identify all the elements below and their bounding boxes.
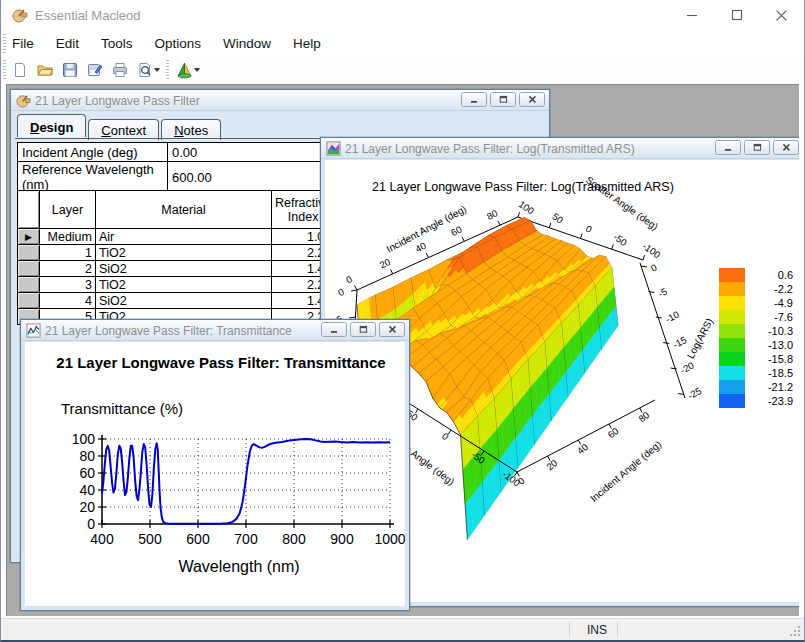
- menu-options[interactable]: Options: [144, 30, 213, 57]
- incident-axis-top-tick-label: 0: [344, 273, 354, 285]
- minimize-button[interactable]: [669, 0, 714, 30]
- table-row[interactable]: 4SiO21.45: [18, 293, 366, 309]
- z-axis-right-tick: [641, 266, 647, 267]
- scatter-axis-top-tick: [612, 244, 614, 249]
- menu-tools[interactable]: Tools: [90, 30, 144, 57]
- ins-indicator: INS: [587, 623, 607, 637]
- legend-value: -4.9: [749, 297, 793, 309]
- close-button[interactable]: [759, 0, 804, 30]
- essential-macleod-window: Essential Macleod FileEditToolsOptionsWi…: [0, 0, 805, 642]
- incident-axis-top-tick: [426, 253, 428, 257]
- legend-row: -15.8: [719, 352, 795, 366]
- legend-swatch: [719, 394, 745, 408]
- design-minimize-button[interactable]: [461, 92, 487, 107]
- menu-help[interactable]: Help: [282, 30, 332, 57]
- save-button[interactable]: [59, 59, 81, 81]
- surface-minimize-button[interactable]: [715, 140, 741, 155]
- print-button[interactable]: [109, 59, 131, 81]
- current-row-marker: ▶: [18, 229, 40, 245]
- design-window-titlebar[interactable]: 21 Layer Longwave Pass Filter: [11, 90, 549, 111]
- surface-window-titlebar[interactable]: 21 Layer Longwave Pass Filter: Log(Trans…: [321, 138, 799, 159]
- open-button[interactable]: [34, 59, 56, 81]
- print-dropdown-caret[interactable]: [154, 68, 160, 72]
- legend-row: -7.6: [719, 310, 795, 324]
- layer-cell[interactable]: 2: [40, 261, 96, 277]
- legend-row: 0.6: [719, 268, 795, 282]
- table-row[interactable]: 2SiO21.45: [18, 261, 366, 277]
- menu-bar: FileEditToolsOptionsWindowHelp: [1, 30, 804, 57]
- save-as-icon: [87, 62, 103, 78]
- material-cell[interactable]: SiO2: [96, 261, 272, 277]
- legend-swatch: [719, 282, 745, 296]
- surface-close-button[interactable]: [773, 140, 799, 155]
- y-axis-label: Transmittance (%): [61, 400, 183, 417]
- design-tabs: DesignContextNotes: [17, 114, 223, 138]
- legend-row: -23.9: [719, 394, 795, 408]
- tab-design[interactable]: Design: [17, 114, 86, 137]
- resize-grip[interactable]: [789, 625, 801, 637]
- status-bar: INS: [1, 618, 804, 640]
- transmittance-window-title: 21 Layer Longwave Pass Filter: Transmitt…: [45, 324, 292, 338]
- menu-window[interactable]: Window: [212, 30, 282, 57]
- z-axis-right-tick: [663, 343, 669, 344]
- layer-cell[interactable]: 3: [40, 277, 96, 293]
- surface-window-icon: [326, 141, 341, 156]
- incident-axis-top-tick-label: 60: [449, 224, 464, 239]
- transmittance-close-button[interactable]: [379, 322, 405, 337]
- legend-row: -4.9: [719, 296, 795, 310]
- transmittance-minimize-button[interactable]: [321, 322, 347, 337]
- surface-chart-title: 21 Layer Longwave Pass Filter: Log(Trans…: [372, 180, 674, 194]
- menu-file[interactable]: File: [1, 30, 45, 57]
- material-cell[interactable]: SiO2: [96, 293, 272, 309]
- material-cell[interactable]: TiO2: [96, 277, 272, 293]
- print-preview-button[interactable]: [134, 59, 156, 81]
- transmittance-restore-button[interactable]: [350, 322, 376, 337]
- design-restore-button[interactable]: [490, 92, 516, 107]
- z-axis-right-tick-label: -5: [656, 286, 669, 300]
- x-tick-label: 700: [234, 531, 258, 547]
- tab-context[interactable]: Context: [88, 119, 159, 140]
- z-axis-left-tick: [349, 317, 355, 318]
- transmittance-plot: 21 Layer Longwave Pass Filter: Transmitt…: [25, 342, 405, 606]
- plot-3d-button[interactable]: [173, 59, 195, 81]
- plot-3d-icon: [176, 62, 193, 79]
- legend-swatch: [719, 338, 745, 352]
- z-axis-right-tick-label: -15: [671, 334, 688, 350]
- scatter-axis-bottom-tick-label: 0: [440, 430, 451, 442]
- transmittance-window-titlebar[interactable]: 21 Layer Longwave Pass Filter: Transmitt…: [21, 320, 409, 341]
- transmittance-window[interactable]: 21 Layer Longwave Pass Filter: Transmitt…: [20, 319, 410, 611]
- new-button[interactable]: [9, 59, 31, 81]
- tab-notes[interactable]: Notes: [161, 119, 221, 140]
- column-header[interactable]: Material: [96, 191, 272, 229]
- layer-cell[interactable]: Medium: [40, 229, 96, 245]
- menu-edit[interactable]: Edit: [45, 30, 90, 57]
- design-close-button[interactable]: [519, 92, 545, 107]
- table-row[interactable]: ▶MediumAir1.00: [18, 229, 366, 245]
- legend-value: -13.0: [749, 339, 793, 351]
- plot-dropdown-caret[interactable]: [194, 68, 200, 72]
- row-header: [18, 277, 40, 293]
- surface-restore-button[interactable]: [744, 140, 770, 155]
- surface-legend: 0.6-2.2-4.9-7.6-10.3-13.0-15.8-18.5-21.2…: [719, 268, 795, 408]
- status-separator: [569, 622, 570, 637]
- layer-cell[interactable]: 1: [40, 245, 96, 261]
- save-as-button[interactable]: [84, 59, 106, 81]
- incident-axis-top-tick-label: 80: [485, 207, 500, 222]
- layer-cell[interactable]: 4: [40, 293, 96, 309]
- material-cell[interactable]: TiO2: [96, 245, 272, 261]
- incident-axis-top-tick: [355, 286, 357, 290]
- incident-axis-bottom-tick-label: 60: [605, 425, 620, 440]
- material-cell[interactable]: Air: [96, 229, 272, 245]
- table-row[interactable]: 3TiO22.29: [18, 277, 366, 293]
- z-axis-left-tick: [351, 290, 357, 291]
- incident-axis-top-tick: [390, 269, 392, 273]
- main-titlebar[interactable]: Essential Macleod: [1, 0, 804, 30]
- table-row[interactable]: 1TiO22.29: [18, 245, 366, 261]
- legend-value: -18.5: [749, 367, 793, 379]
- legend-value: 0.6: [749, 269, 793, 281]
- column-header[interactable]: Layer: [40, 191, 96, 229]
- maximize-button[interactable]: [714, 0, 759, 30]
- legend-value: -15.8: [749, 353, 793, 365]
- z-axis-right-tick: [671, 368, 677, 369]
- z-axis-right-tick: [656, 317, 662, 318]
